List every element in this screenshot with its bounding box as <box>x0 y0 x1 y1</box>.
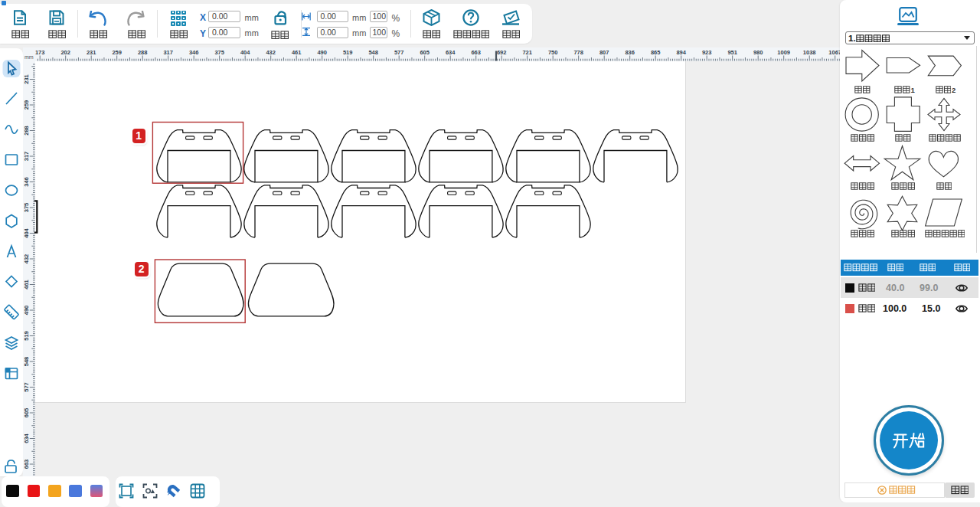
svg-text:346: 346 <box>189 49 199 56</box>
svg-text:346: 346 <box>23 177 30 187</box>
svg-text:173: 173 <box>35 49 45 56</box>
svg-text:231: 231 <box>87 49 96 56</box>
svg-text:951: 951 <box>727 49 737 56</box>
svg-text:605: 605 <box>420 49 430 56</box>
svg-text:577: 577 <box>23 382 30 392</box>
svg-text:490: 490 <box>23 305 30 315</box>
svg-text:1038: 1038 <box>803 49 816 56</box>
svg-text:231: 231 <box>23 74 30 84</box>
svg-text:778: 778 <box>573 49 583 56</box>
svg-text:807: 807 <box>599 49 609 56</box>
svg-text:375: 375 <box>214 49 224 56</box>
svg-text:432: 432 <box>266 49 276 56</box>
svg-text:404: 404 <box>23 227 30 237</box>
svg-text:663: 663 <box>471 49 481 56</box>
svg-text:894: 894 <box>676 49 686 56</box>
svg-text:865: 865 <box>651 49 661 56</box>
svg-text:259: 259 <box>112 49 122 56</box>
svg-text:404: 404 <box>240 49 250 56</box>
svg-text:461: 461 <box>23 280 30 289</box>
svg-text:923: 923 <box>702 49 712 56</box>
svg-text:634: 634 <box>23 433 30 443</box>
svg-text:836: 836 <box>625 49 635 56</box>
svg-text:1067: 1067 <box>828 49 840 56</box>
svg-text:663: 663 <box>23 459 30 469</box>
svg-text:548: 548 <box>23 356 30 366</box>
svg-text:288: 288 <box>23 126 30 136</box>
svg-text:mm: mm <box>24 54 34 60</box>
svg-text:692: 692 <box>497 49 507 56</box>
svg-text:548: 548 <box>368 49 378 56</box>
svg-text:750: 750 <box>548 49 558 56</box>
svg-text:519: 519 <box>343 49 353 56</box>
svg-text:605: 605 <box>23 407 30 417</box>
svg-text:202: 202 <box>60 49 70 56</box>
svg-text:432: 432 <box>23 254 30 263</box>
svg-text:288: 288 <box>138 49 148 56</box>
svg-text:634: 634 <box>446 49 456 56</box>
svg-text:721: 721 <box>522 49 532 56</box>
svg-text:519: 519 <box>23 331 30 341</box>
svg-text:317: 317 <box>23 151 30 161</box>
svg-text:980: 980 <box>753 49 763 56</box>
svg-text:1009: 1009 <box>777 49 790 56</box>
svg-text:317: 317 <box>163 49 173 56</box>
svg-text:461: 461 <box>292 49 302 56</box>
svg-text:259: 259 <box>23 100 30 110</box>
svg-text:375: 375 <box>23 202 30 212</box>
svg-text:490: 490 <box>317 49 327 56</box>
svg-text:577: 577 <box>394 49 404 56</box>
